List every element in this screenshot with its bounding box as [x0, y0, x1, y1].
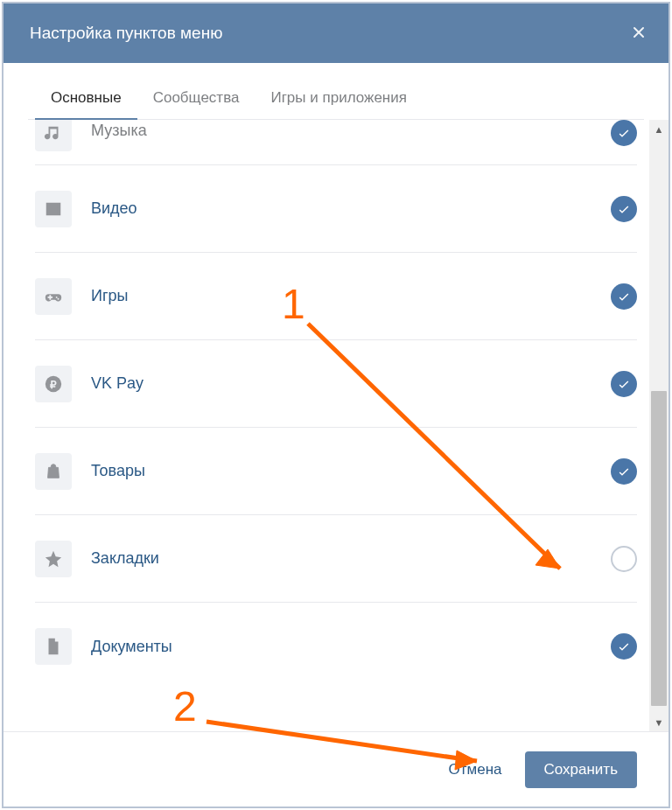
toggle-check[interactable]	[611, 633, 637, 660]
star-icon	[35, 541, 72, 577]
gamepad-icon	[35, 278, 72, 315]
toggle-check-empty[interactable]	[611, 546, 637, 572]
annotation-step-2: 2	[173, 682, 197, 730]
cancel-button[interactable]: Отмена	[449, 761, 502, 779]
tabs: Основные Сообщества Игры и приложения	[28, 79, 644, 120]
settings-modal: Настройка пунктов меню Основные Сообщест…	[2, 2, 670, 808]
list-item: Документы	[35, 603, 637, 690]
toggle-check[interactable]	[611, 120, 637, 146]
video-icon	[35, 191, 72, 227]
item-label: VK Pay	[91, 374, 611, 393]
item-label: Игры	[91, 287, 611, 305]
modal-title: Настройка пунктов меню	[30, 24, 222, 43]
modal-footer: Отмена Сохранить	[4, 731, 668, 807]
bag-icon	[35, 453, 72, 490]
list-item: Видео	[35, 165, 637, 253]
item-label: Документы	[91, 638, 611, 656]
list-item: Товары	[35, 428, 637, 515]
scroll-up-arrow[interactable]: ▲	[649, 120, 668, 139]
tabs-container: Основные Сообщества Игры и приложения	[4, 63, 668, 120]
item-label: Товары	[91, 462, 611, 480]
list-item: Игры	[35, 253, 637, 340]
modal-header: Настройка пунктов меню	[4, 3, 668, 63]
tab-games-apps[interactable]: Игры и приложения	[255, 79, 422, 119]
tab-communities[interactable]: Сообщества	[137, 79, 256, 119]
list-item: Музыка	[35, 120, 637, 165]
scrollbar-thumb[interactable]	[651, 391, 667, 706]
toggle-check[interactable]	[611, 283, 637, 310]
toggle-check[interactable]	[611, 458, 637, 485]
list-item: ₽ VK Pay	[35, 340, 637, 428]
svg-text:₽: ₽	[50, 378, 57, 390]
item-label: Закладки	[91, 549, 611, 568]
close-icon[interactable]	[630, 22, 648, 45]
ruble-icon: ₽	[35, 366, 72, 402]
list-item: Закладки	[35, 515, 637, 603]
menu-list: Музыка Видео Игры	[4, 120, 668, 690]
save-button[interactable]: Сохранить	[525, 751, 637, 788]
toggle-check[interactable]	[611, 371, 637, 397]
item-label: Музыка	[91, 122, 611, 140]
tab-main[interactable]: Основные	[35, 79, 137, 119]
item-label: Видео	[91, 199, 611, 218]
music-icon	[35, 120, 72, 151]
scroll-area: Музыка Видео Игры	[4, 120, 668, 731]
toggle-check[interactable]	[611, 196, 637, 222]
document-icon	[35, 628, 72, 665]
annotation-step-1: 1	[282, 280, 305, 328]
scroll-down-arrow[interactable]: ▼	[649, 713, 668, 731]
